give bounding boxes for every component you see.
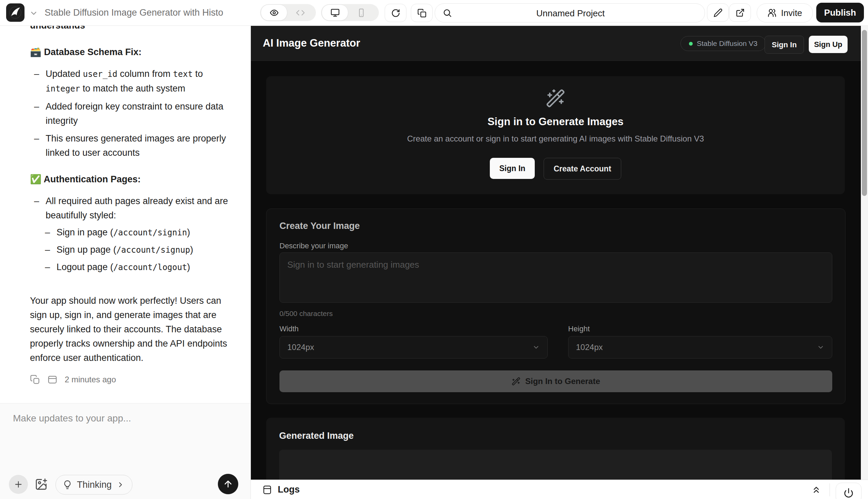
describe-label: Describe your image [280,242,348,250]
model-badge-label: Stable Diffusion V3 [697,39,757,48]
height-select[interactable]: 1024px [568,336,832,358]
wand-icon [512,377,521,386]
logs-bar[interactable]: Logs [251,479,868,499]
chat-bullet: –Updated user_id column from text to int… [30,67,230,96]
chat-panel: understands 🗃️ Database Schema Fix:–Upda… [0,0,251,499]
external-link-icon [736,8,745,17]
width-label: Width [280,325,298,333]
create-card-title: Create Your Image [280,221,360,231]
invite-label: Invite [781,8,802,19]
chat-paragraph: Your app should now work perfectly! User… [30,294,230,365]
preview-eye-toggle[interactable] [261,4,287,21]
create-image-card: Create Your Image Describe your image 0/… [266,208,845,404]
thinking-mode-button[interactable]: Thinking [56,475,132,495]
chevron-down-icon [817,343,824,351]
app-preview: AI Image Generator Stable Diffusion V3 S… [251,0,868,499]
chevrons-up-icon [811,485,821,495]
preview-scrollbar-thumb[interactable] [862,30,867,196]
bullet-marker: – [45,225,57,240]
copy-icon [417,9,427,18]
bullet-marker: – [34,194,46,222]
width-select[interactable]: 1024px [280,336,548,358]
users-icon [767,8,777,18]
logs-label: Logs [278,484,300,495]
chat-composer: Thinking [0,403,251,499]
code-icon [296,8,305,17]
add-attachment-button[interactable] [9,475,28,494]
chat-bullet: –Added foreign key constraint to ensure … [30,99,230,128]
hero-title: Sign in to Generate Images [266,115,845,128]
chat-heading: ✅ Authentication Pages: [30,172,230,186]
mobile-toggle[interactable] [348,5,374,21]
bullet-marker: – [45,260,57,275]
chat-bullet: –All required auth pages already exist a… [30,194,230,222]
height-value: 1024px [576,342,603,352]
monitor-icon [331,8,340,17]
chevron-down-icon [532,343,540,351]
project-name-input[interactable] [435,4,706,23]
chat-bullet: –Logout page (/account/logout) [30,260,230,275]
duplicate-button[interactable] [411,4,433,22]
header-sign-in-button[interactable]: Sign In [764,36,804,54]
generate-label: Sign In to Generate [525,377,600,386]
app-logo[interactable] [6,3,24,22]
composer-input[interactable] [12,412,231,458]
width-value: 1024px [287,342,314,352]
message-footer: 2 minutes ago [30,373,230,387]
model-badge: Stable Diffusion V3 [680,36,766,51]
chat-bullet: –Sign up page (/account/signup) [30,243,230,257]
edit-button[interactable] [707,3,729,22]
publish-label: Publish [824,8,856,18]
project-menu-chevron-down-icon[interactable] [29,9,38,18]
view-mode-toggle [260,4,316,21]
chat-bullet: –Sign in page (/account/signin) [30,225,230,240]
eye-icon [270,8,279,17]
power-icon [844,488,854,498]
arrow-up-icon [223,479,233,489]
chevron-right-icon [116,480,124,489]
divider [830,483,830,496]
device-toggle [321,4,379,21]
wand-sparkles-icon [266,88,845,108]
publish-button[interactable]: Publish [816,3,864,23]
browser-preview-icon[interactable] [47,375,58,385]
logo-swoosh-icon [6,3,24,22]
smartphone-icon [357,8,366,17]
image-plus-icon [35,478,48,491]
pencil-icon [713,8,723,17]
code-view-toggle[interactable] [287,5,313,21]
refresh-button[interactable] [385,4,406,22]
hero-sign-in-button[interactable]: Sign In [490,158,535,179]
bullet-marker: – [34,67,46,96]
bullet-marker: – [34,131,46,160]
send-button[interactable] [218,474,238,494]
thinking-label: Thinking [77,479,112,490]
height-label: Height [568,325,590,333]
project-search-field[interactable] [435,3,705,23]
sign-in-hero-card: Sign in to Generate Images Create an acc… [266,76,845,194]
app-header: AI Image Generator Stable Diffusion V3 S… [251,25,868,61]
power-button[interactable] [836,483,861,499]
status-dot [689,42,693,46]
chat-bullet: –This ensures generated images are prope… [30,131,230,160]
bullet-marker: – [34,99,46,128]
lightbulb-icon [63,480,72,489]
copy-message-icon[interactable] [30,375,40,385]
desktop-toggle[interactable] [322,4,348,21]
expand-logs-button[interactable] [811,485,821,495]
generated-title: Generated Image [279,431,354,441]
bullet-marker: – [45,243,57,257]
top-bar: Stable Diffusion Image Generator with Hi… [0,0,868,26]
hero-subtitle: Create an account or sign in to start ge… [266,134,845,144]
plus-icon [14,479,23,489]
generate-button[interactable]: Sign In to Generate [280,370,832,392]
hero-create-account-button[interactable]: Create Account [544,158,621,180]
chat-heading: 🗃️ Database Schema Fix: [30,45,230,59]
prompt-textarea[interactable] [280,252,832,303]
open-external-button[interactable] [729,3,751,22]
invite-button[interactable]: Invite [757,3,813,23]
preview-scrollbar-track [861,25,868,479]
header-sign-up-button[interactable]: Sign Up [809,36,847,53]
logs-window-icon [262,485,272,495]
add-image-button[interactable] [35,478,48,491]
